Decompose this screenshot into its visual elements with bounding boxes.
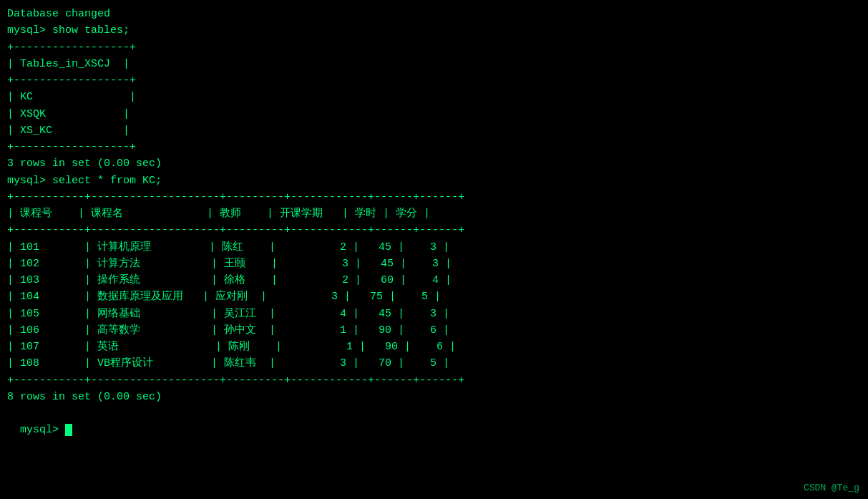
terminal-line: +------------------+: [7, 39, 861, 56]
terminal-line: +------------------+: [7, 139, 861, 155]
terminal-line: +-----------+--------------------+------…: [7, 372, 861, 389]
terminal-line: | XSQK |: [7, 106, 861, 122]
watermark: CSDN @Te_g: [804, 483, 859, 493]
terminal-line: | 101 | 计算机原理 | 陈红 | 2 | 45 | 3 |: [7, 239, 861, 256]
terminal-prompt-line: mysql>: [7, 405, 861, 439]
terminal-line: | XS_KC |: [7, 122, 861, 139]
terminal-line: 3 rows in set (0.00 sec): [7, 155, 861, 172]
terminal-line: mysql> select * from KC;: [7, 173, 861, 189]
terminal-line: | 106 | 高等数学 | 孙中文 | 1 | 90 | 6 |: [7, 322, 861, 339]
terminal-line: | Tables_in_XSCJ |: [7, 56, 861, 72]
terminal-output: Database changedmysql> show tables;+----…: [7, 6, 861, 405]
terminal-line: | 105 | 网络基础 | 吴江江 | 4 | 45 | 3 |: [7, 306, 861, 322]
terminal-line: Database changed: [7, 6, 861, 22]
prompt-text: mysql>: [20, 424, 65, 436]
terminal-line: +------------------+: [7, 72, 861, 89]
terminal-line: | 104 | 数据库原理及应用 | 应对刚 | 3 | 75 | 5 |: [7, 289, 861, 305]
terminal-line: +-----------+--------------------+------…: [7, 222, 861, 238]
terminal-line: | 102 | 计算方法 | 王颐 | 3 | 45 | 3 |: [7, 256, 861, 272]
terminal-line: mysql> show tables;: [7, 22, 861, 39]
cursor: [65, 424, 72, 436]
terminal-line: +-----------+--------------------+------…: [7, 189, 861, 205]
terminal-line: | 课程号 | 课程名 | 教师 | 开课学期 | 学时 | 学分 |: [7, 205, 861, 222]
terminal-line: | 103 | 操作系统 | 徐格 | 2 | 60 | 4 |: [7, 272, 861, 289]
terminal-line: 8 rows in set (0.00 sec): [7, 389, 861, 405]
terminal-line: | 108 | VB程序设计 | 陈红韦 | 3 | 70 | 5 |: [7, 355, 861, 372]
terminal-line: | 107 | 英语 | 陈刚 | 1 | 90 | 6 |: [7, 339, 861, 355]
terminal-line: | KC |: [7, 89, 861, 105]
